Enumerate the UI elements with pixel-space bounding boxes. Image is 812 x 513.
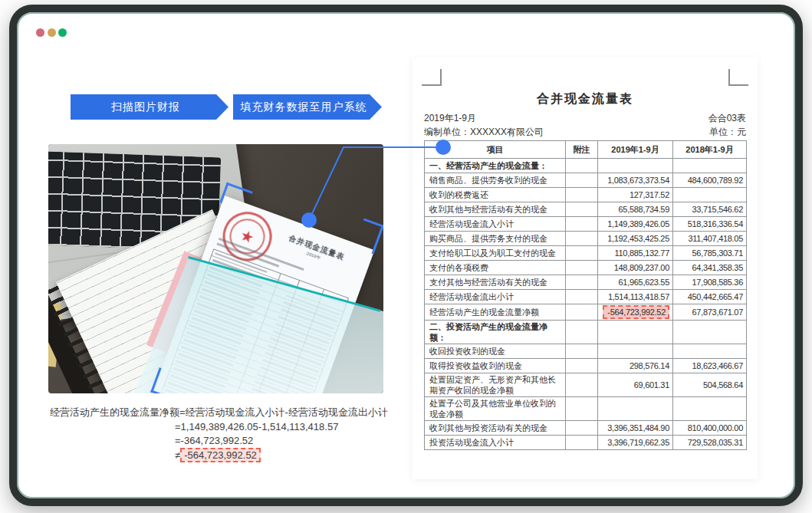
cash-flow-table: 项目 附注 2019年1-9月 2018年1-9月 一、经营活动产生的现金流量：… xyxy=(424,140,747,450)
row-value-2019: 298,576.14 xyxy=(598,359,673,373)
window-zoom-button[interactable] xyxy=(58,28,67,37)
row-note xyxy=(566,397,598,421)
row-value-2018 xyxy=(673,344,747,359)
header-2018: 2018年1-9月 xyxy=(673,141,747,159)
row-label: 取得投资收益收到的现金 xyxy=(425,359,566,373)
table-section-row: 二、投资活动产生的现金流量净额： xyxy=(425,321,747,344)
row-value-2018: 810,400,000.00 xyxy=(673,421,747,436)
row-value-2018: 33,715,546.62 xyxy=(673,202,747,217)
row-label: 支付给职工以及为职工支付的现金 xyxy=(425,246,566,261)
row-label: 处置子公司及其他营业单位收到的现金净额 xyxy=(425,397,566,421)
highlighted-cell-value: -564,723,992.52 xyxy=(603,305,669,319)
row-value-2019: 3,396,351,484.90 xyxy=(598,421,673,436)
table-row: 收回投资收到的现金 xyxy=(425,344,747,359)
row-value-2018: 17,908,585.36 xyxy=(673,275,747,290)
row-value-2019 xyxy=(598,159,673,173)
row-label: 经营活动现金流入小计 xyxy=(425,217,566,232)
row-value-2018: 450,442,665.47 xyxy=(673,290,747,304)
table-row: 收到的税费返还127,317.52 xyxy=(425,188,747,202)
statement-meta-row: 2019年1-9月 会合03表 xyxy=(424,112,746,125)
row-value-2019: 1,514,113,418.57 xyxy=(598,290,673,304)
row-value-2019: 61,965,623.55 xyxy=(598,275,673,290)
row-label: 投资活动现金流入小计 xyxy=(425,436,566,450)
row-value-2019: 148,809,237.00 xyxy=(598,261,673,275)
window-close-button[interactable] xyxy=(36,28,44,37)
row-note xyxy=(566,261,598,275)
row-value-2018 xyxy=(673,397,747,421)
formula-line-1: 经营活动产生的现金流量净额=经营活动现金流入小计-经营活动现金流出小计 xyxy=(50,406,395,420)
row-note xyxy=(566,321,598,344)
row-value-2019: 3,396,719,662.35 xyxy=(598,436,673,450)
table-section-row: 一、经营活动产生的现金流量： xyxy=(425,159,747,173)
table-row: 经营活动现金流出小计1,514,113,418.57450,442,665.47 xyxy=(425,290,747,304)
row-value-2018: 64,341,358.35 xyxy=(673,261,747,275)
row-value-2019: 65,588,734.59 xyxy=(598,202,673,217)
table-header-row: 项目 附注 2019年1-9月 2018年1-9月 xyxy=(425,141,747,159)
table-row: 经营活动现金流入小计1,149,389,426.05518,316,336.54 xyxy=(425,217,747,232)
header-note: 附注 xyxy=(566,141,598,159)
row-label: 收到其他与投资活动有关的现金 xyxy=(425,421,566,436)
row-value-2019: 1,083,673,373.54 xyxy=(598,173,673,188)
table-row: 收到其他与经营活动有关的现金65,588,734.5933,715,546.62 xyxy=(425,202,747,217)
table-row: 投资活动现金流入小计3,396,719,662.35729,528,035.31 xyxy=(425,436,747,450)
row-note xyxy=(566,304,598,321)
row-value-2018: 311,407,418.05 xyxy=(673,232,747,246)
table-row: 收到其他与投资活动有关的现金3,396,351,484.90810,400,00… xyxy=(425,421,747,436)
table-row: 取得投资收益收到的现金298,576.1418,623,466.67 xyxy=(425,359,747,373)
screen: 扫描图片财报 填充财务数据至用户系统 ★ 合并现金流量表 2019年 xyxy=(0,0,812,513)
table-row: 购买商品、提供劳务支付的现金1,192,453,425.25311,407,41… xyxy=(425,232,747,246)
formula-line-2: =1,149,389,426.05-1,514,113,418.57 xyxy=(175,420,395,435)
flow-step-scan-label: 扫描图片财报 xyxy=(111,100,180,114)
row-note xyxy=(566,188,598,202)
row-note xyxy=(566,275,598,290)
row-label: 销售商品、提供劳务收到的现金 xyxy=(425,173,566,188)
scanned-photo: ★ 合并现金流量表 2019年 xyxy=(48,144,383,393)
row-value-2018: 56,785,303.71 xyxy=(673,246,747,261)
row-label: 支付的各项税费 xyxy=(425,261,566,275)
row-note xyxy=(566,202,598,217)
row-label: 经营活动现金流出小计 xyxy=(425,290,566,304)
table-row: 支付其他与经营活动有关的现金61,965,623.5517,908,585.36 xyxy=(425,275,747,290)
formula-line-3: =-364,723,992.52 xyxy=(175,434,395,449)
flow-step-fill-label: 填充财务数据至用户系统 xyxy=(241,100,367,114)
header-item: 项目 xyxy=(425,141,566,159)
statement-prepared-by: 编制单位：XXXXXX有限公司 xyxy=(424,126,544,139)
table-row: 支付给职工以及为职工支付的现金110,885,132.7756,785,303.… xyxy=(425,246,747,261)
row-note xyxy=(566,246,598,261)
row-value-2018 xyxy=(673,188,747,202)
table-row: 处置子公司及其他营业单位收到的现金净额 xyxy=(425,397,747,421)
row-value-2018 xyxy=(673,321,747,344)
statement-panel: 合并现金流量表 2019年1-9月 会合03表 编制单位：XXXXXX有限公司 … xyxy=(413,58,758,479)
row-note xyxy=(566,436,598,450)
crop-mark-right-icon xyxy=(728,69,748,86)
formula-annotation: 经营活动产生的现金流量净额=经营活动现金流入小计-经营活动现金流出小计 =1,1… xyxy=(50,406,395,462)
row-note xyxy=(566,344,598,359)
statement-period: 2019年1-9月 xyxy=(424,112,476,125)
header-2019: 2019年1-9月 xyxy=(598,141,673,159)
row-value-2019: 1,192,453,425.25 xyxy=(598,232,673,246)
row-label: 购买商品、提供劳务支付的现金 xyxy=(425,232,566,246)
row-value-2018: 504,568.64 xyxy=(673,373,747,397)
statement-title: 合并现金流量表 xyxy=(413,91,758,107)
formula-line-4: ≠-564,723,992.52 xyxy=(175,449,395,463)
crop-mark-left-icon xyxy=(422,69,442,86)
table-row: 支付的各项税费148,809,237.0064,341,358.35 xyxy=(425,261,747,275)
row-note xyxy=(566,373,598,397)
row-value-2018: 518,316,336.54 xyxy=(673,217,747,232)
row-label: 收到的税费返还 xyxy=(425,188,566,202)
row-label: 处置固定资产、无形资产和其他长期资产收回的现金净额 xyxy=(425,373,566,397)
statement-meta-row: 编制单位：XXXXXX有限公司 单位：元 xyxy=(424,126,746,139)
row-label: 二、投资活动产生的现金流量净额： xyxy=(425,321,566,344)
flow-step-scan: 扫描图片财报 xyxy=(71,94,228,120)
row-value-2019: 127,317.52 xyxy=(598,188,673,202)
table-row: 处置固定资产、无形资产和其他长期资产收回的现金净额69,601.31504,56… xyxy=(425,373,747,397)
window-minimize-button[interactable] xyxy=(48,28,56,37)
row-note xyxy=(566,290,598,304)
row-value-2019 xyxy=(598,321,673,344)
row-value-2019: -564,723,992.52 xyxy=(598,304,673,321)
row-label: 经营活动产生的现金流量净额 xyxy=(425,304,566,321)
row-value-2018: 729,528,035.31 xyxy=(673,436,747,450)
row-note xyxy=(566,421,598,436)
table-row: 经营活动产生的现金流量净额-564,723,992.5267,873,671.0… xyxy=(425,304,747,321)
row-note xyxy=(566,159,598,173)
